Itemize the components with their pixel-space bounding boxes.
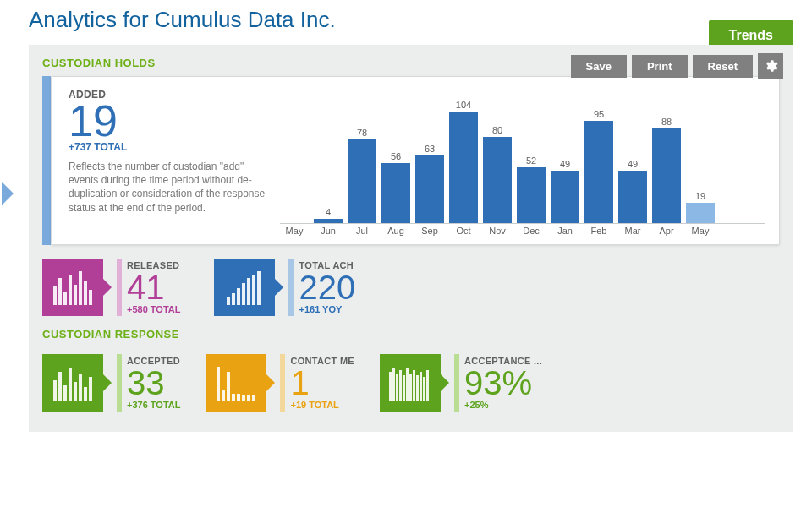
bar-column: 104 [449,100,478,223]
svg-rect-9 [232,293,235,305]
added-chart-card: ADDED 19 +737 TOTAL Reflects the number … [51,76,780,245]
tile-total-ach[interactable]: TOTAL ACH 220 +161 YOY [214,259,355,316]
svg-rect-31 [389,372,392,401]
svg-rect-12 [247,278,250,305]
added-summary: ADDED 19 +737 TOTAL Reflects the number … [69,89,280,239]
svg-rect-30 [252,395,255,401]
tile-released[interactable]: RELEASED 41 +580 TOTAL [42,259,180,316]
reset-button[interactable]: Reset [693,55,753,78]
bar-category-label: Sep [421,226,438,236]
svg-rect-39 [416,375,419,401]
contact-sparkline-box [206,354,266,412]
svg-rect-0 [53,286,57,305]
bar [517,167,546,223]
print-button[interactable]: Print [632,55,688,78]
bar [381,163,410,223]
bar-chart-icon [223,270,266,305]
bar [348,139,376,223]
save-button[interactable]: Save [571,55,627,78]
tile-arrow-icon [103,279,112,296]
acceptance-sparkline-box [380,354,441,412]
svg-rect-34 [399,370,402,401]
bar-column: 19 [686,191,715,223]
bar-category-label: Feb [591,226,607,236]
bar-category-label: Aug [387,226,404,236]
svg-rect-24 [222,390,225,401]
holds-tiles-row: RELEASED 41 +580 TOTAL TOTAL ACH 220 +16… [42,259,780,316]
added-chart-block: ADDED 19 +737 TOTAL Reflects the number … [42,76,780,245]
added-subtotal: +737 TOTAL [69,141,272,153]
tile-arrow-icon [103,374,112,391]
released-value: 41 [127,270,180,304]
bar-column: 95 [584,109,613,223]
tile-accepted[interactable]: ACCEPTED 33 +376 TOTAL [42,354,180,412]
bar-category-label: May [286,226,304,236]
svg-rect-5 [79,271,82,305]
chart-accent-bar [42,76,51,245]
added-bar-chart: 478566310480524995498819 MayJunJulAugSep… [280,89,765,239]
bar-chart-icon [52,270,94,305]
analytics-panel: Save Print Reset CUSTODIAN HOLDS ADDED 1… [29,45,793,432]
bar-value-label: 78 [357,128,367,138]
svg-rect-26 [232,394,235,401]
tile-arrow-icon [266,374,275,391]
contact-sub: +19 TOTAL [290,400,354,410]
bar-column: 56 [381,151,410,223]
accepted-sparkline-box [42,354,103,412]
bar [314,219,343,223]
bar-column: 49 [618,159,647,223]
bar-chart-icon [215,365,257,401]
bar-value-label: 95 [594,109,604,119]
totalach-sparkline-box [214,259,275,316]
bar [686,203,715,223]
bar-value-label: 80 [492,125,502,135]
svg-rect-4 [74,285,77,305]
accepted-sub: +376 TOTAL [127,400,180,410]
svg-rect-6 [84,281,87,305]
svg-rect-38 [413,370,415,401]
bar-category-label: Oct [456,226,470,236]
gear-icon [763,58,778,74]
svg-rect-17 [63,385,67,401]
svg-rect-40 [420,372,422,401]
svg-rect-42 [426,370,429,401]
svg-rect-35 [403,375,405,401]
bar-value-label: 19 [695,191,705,201]
svg-rect-32 [392,368,395,401]
tile-accent [288,259,294,316]
svg-rect-18 [69,368,72,401]
svg-rect-21 [84,387,87,401]
svg-rect-3 [69,275,72,305]
accepted-value: 33 [127,366,180,400]
bar-column: 78 [348,128,376,223]
bar [652,128,681,223]
bar-category-label: Jun [321,226,336,236]
bar [551,171,579,223]
settings-button[interactable] [758,53,783,79]
bar-category-label: May [692,226,710,236]
svg-rect-1 [58,278,62,305]
bar-column: 88 [652,117,681,223]
tile-accent [117,259,122,316]
svg-rect-28 [242,395,245,401]
chart-arrow-icon [2,182,14,205]
bar [449,112,478,223]
contact-value: 1 [290,366,354,400]
svg-rect-15 [53,380,57,401]
tile-arrow-icon [275,279,283,296]
svg-rect-13 [252,275,255,305]
bar-value-label: 104 [456,100,471,110]
svg-rect-19 [74,382,77,401]
bar [618,171,647,223]
bar-value-label: 63 [425,144,435,154]
tile-acceptance[interactable]: ACCEPTANCE ... 93% +25% [380,354,542,412]
bar-column: 49 [551,159,579,223]
bar-value-label: 88 [661,117,672,127]
bar-column: 63 [415,144,444,223]
bar-column: 80 [483,125,512,223]
svg-rect-37 [409,374,412,401]
bar-category-label: Jul [356,226,368,236]
bar-value-label: 56 [391,151,401,161]
bar-column: 52 [517,155,546,223]
tile-contact-me[interactable]: CONTACT ME 1 +19 TOTAL [206,354,354,412]
